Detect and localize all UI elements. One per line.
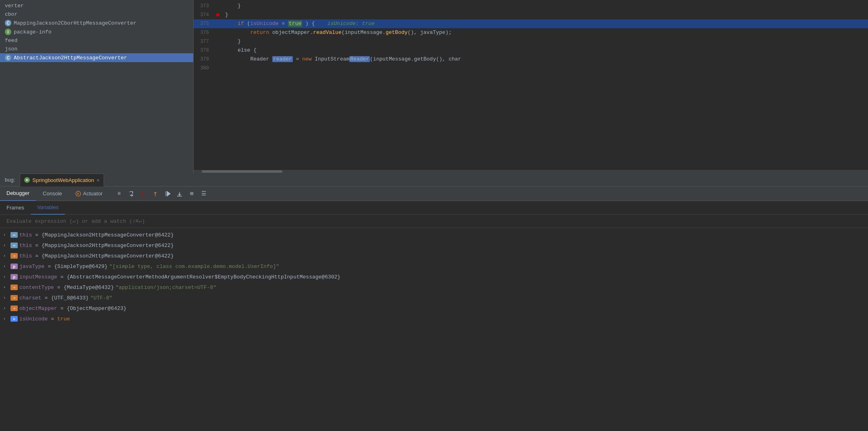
var-ref: {AbstractMessageConverterMethodArgumentR…	[67, 274, 340, 280]
expand-arrow[interactable]: ›	[3, 243, 9, 248]
var-type-icon: ∞	[10, 232, 18, 238]
tab-console[interactable]: Console	[36, 186, 69, 201]
code-line-374: 374}	[194, 10, 868, 19]
var-row-this-2[interactable]: ›∞this = {MappingJackson2HttpMessageConv…	[0, 240, 868, 251]
icon-settings[interactable]: ☰	[199, 189, 209, 199]
var-row-this-3[interactable]: ›=this = {MappingJackson2HttpMessageConv…	[0, 251, 868, 261]
var-name: javaType	[19, 264, 44, 270]
line-number: 378	[194, 46, 214, 55]
var-row-isUnicode[interactable]: ›bisUnicode = true	[0, 314, 868, 324]
line-gutter	[214, 28, 222, 37]
var-name: charset	[19, 295, 42, 301]
tab-actuator-label: Actuator	[83, 190, 102, 197]
expand-arrow[interactable]: ›	[3, 296, 9, 300]
code-line-379: 379 Reader reader = new InputStreamReade…	[194, 55, 868, 64]
file-item-verter[interactable]: verter	[0, 2, 193, 10]
sub-tabs: Frames Variables	[0, 201, 868, 215]
var-equals: =	[61, 274, 64, 280]
var-row-objectMapper[interactable]: ›=objectMapper = {ObjectMapper@6423}	[0, 303, 868, 314]
var-name: objectMapper	[19, 305, 57, 312]
var-equals: =	[35, 243, 38, 249]
file-item-cbor[interactable]: cbor	[0, 10, 193, 19]
var-type-icon: p	[10, 264, 18, 269]
icon-step-out[interactable]	[150, 189, 160, 199]
var-row-javaType[interactable]: ›pjavaType = {SimpleType@6429} "[simple …	[0, 261, 868, 272]
var-equals: =	[48, 264, 51, 270]
code-lines: 373 }374}375 if (isUnicode = true ) { is…	[194, 0, 868, 170]
icon-step-into[interactable]	[138, 189, 148, 199]
icon-grid[interactable]: ⊞	[187, 189, 196, 199]
var-type-icon: =	[10, 295, 18, 301]
debug-active-tab[interactable]: SpringbootWebApplication ×	[20, 174, 104, 186]
line-gutter	[214, 55, 222, 64]
tab-actuator[interactable]: Actuator	[69, 186, 109, 201]
code-line-373: 373 }	[194, 2, 868, 10]
var-type-icon: =	[10, 285, 18, 290]
code-line-375: 375 if (isUnicode = true ) { isUnicode: …	[194, 19, 868, 28]
var-str-value: "UTF-8"	[90, 295, 113, 301]
sub-tab-variables[interactable]: Variables	[31, 201, 65, 215]
expand-arrow[interactable]: ›	[3, 264, 9, 269]
var-ref: {UTF_8@6433}	[51, 295, 89, 301]
run-icon	[24, 177, 30, 183]
file-item-feed[interactable]: feed	[0, 36, 193, 45]
file-label: AbstractJackson2HttpMessageConverter	[14, 55, 127, 61]
line-gutter	[214, 2, 222, 10]
file-item-json[interactable]: json	[0, 45, 193, 53]
var-row-this-1[interactable]: ›∞this = {MappingJackson2HttpMessageConv…	[0, 230, 868, 240]
var-name: this	[19, 232, 32, 238]
tab-console-label: Console	[43, 190, 62, 197]
breakpoint-dot	[216, 13, 219, 17]
code-content: Reader reader = new InputStreamReader(in…	[222, 55, 868, 64]
var-type-icon: ∞	[10, 243, 18, 248]
var-bool-value: true	[57, 316, 70, 322]
code-area: 373 }374}375 if (isUnicode = true ) { is…	[194, 0, 868, 173]
code-content: }	[222, 37, 868, 46]
var-name: this	[19, 243, 32, 249]
var-equals: =	[45, 295, 48, 301]
expand-arrow[interactable]: ›	[3, 275, 9, 279]
line-gutter	[214, 46, 222, 55]
code-scrollbar-thumb	[202, 170, 282, 173]
file-item-MappingJackson2CborHttpMessageConverter[interactable]: CMappingJackson2CborHttpMessageConverter	[0, 19, 193, 27]
expand-arrow[interactable]: ›	[3, 306, 9, 311]
toolbar-icons: ≡ ⊞ ☰	[114, 189, 209, 199]
file-item-package-info[interactable]: Ipackage-info	[0, 27, 193, 36]
sub-tab-frames[interactable]: Frames	[0, 201, 31, 215]
var-row-contentType[interactable]: ›=contentType = {MediaType@6432} "applic…	[0, 282, 868, 293]
icon-step-over[interactable]	[126, 189, 136, 199]
eval-bar[interactable]: Evaluate expression (↵) or add a watch (…	[0, 215, 868, 228]
code-scrollbar[interactable]	[194, 170, 868, 173]
debug-tabbar: bug: SpringbootWebApplication ×	[0, 174, 868, 186]
var-str-value: "application/json;charset=UTF-8"	[115, 285, 216, 291]
var-type-icon: b	[10, 316, 18, 322]
line-gutter	[214, 10, 222, 19]
icon-list[interactable]: ≡	[114, 189, 124, 199]
expand-arrow[interactable]: ›	[3, 317, 9, 321]
line-number: 379	[194, 55, 214, 64]
var-row-inputMessage[interactable]: ›pinputMessage = {AbstractMessageConvert…	[0, 272, 868, 282]
file-item-AbstractJackson2HttpMessageConverter[interactable]: CAbstractJackson2HttpMessageConverter	[0, 53, 193, 62]
code-line-377: 377 }	[194, 37, 868, 46]
close-icon[interactable]: ×	[96, 177, 100, 183]
expand-arrow[interactable]: ›	[3, 233, 9, 237]
var-type-icon: p	[10, 274, 18, 280]
code-content: if (isUnicode = true ) { isUnicode: true	[222, 19, 868, 28]
tab-debugger[interactable]: Debugger	[0, 186, 36, 201]
var-ref: {ObjectMapper@6423}	[67, 305, 126, 312]
line-number: 373	[194, 2, 214, 10]
line-number: 377	[194, 37, 214, 46]
code-line-380: 380	[194, 64, 868, 73]
line-gutter	[214, 37, 222, 46]
code-line-376: 376 return objectMapper.readValue(inputM…	[194, 28, 868, 37]
file-label: verter	[5, 3, 24, 9]
file-label: MappingJackson2CborHttpMessageConverter	[14, 20, 136, 26]
var-name: isUnicode	[19, 316, 48, 322]
file-label: cbor	[5, 11, 17, 17]
icon-resume[interactable]	[163, 189, 172, 199]
top-panel: vertercborCMappingJackson2CborHttpMessag…	[0, 0, 868, 174]
expand-arrow[interactable]: ›	[3, 285, 9, 290]
var-row-charset[interactable]: ›=charset = {UTF_8@6433} "UTF-8"	[0, 293, 868, 303]
icon-drop-frame[interactable]	[175, 189, 184, 199]
expand-arrow[interactable]: ›	[3, 254, 9, 258]
